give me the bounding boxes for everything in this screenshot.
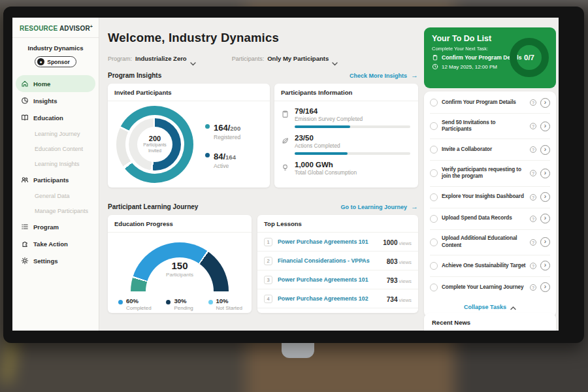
logo-text-secondary: ADVISOR: [59, 25, 90, 32]
learning-journey-header: Participant Learning Journey Go to Learn…: [108, 203, 418, 210]
clock-icon: [432, 63, 438, 70]
task-checkbox[interactable]: [430, 193, 438, 201]
stat-actions-completed: 23/50 Actions Completed: [281, 134, 410, 155]
sidebar-item-label: General Data: [35, 193, 70, 199]
dashboard-screen: RESOURCE ADVISOR+ Industry Dynamics ● Sp…: [12, 18, 559, 331]
sidebar-item-label: Manage Participants: [35, 208, 88, 214]
progress-bar-track: [295, 152, 410, 155]
leaf-icon: [281, 136, 289, 144]
legend-dot-pending: [166, 300, 171, 304]
help-icon[interactable]: ?: [530, 263, 536, 269]
sidebar-item-participants[interactable]: Participants: [12, 171, 99, 188]
program-dropdown[interactable]: Program: Industrialize Zero: [108, 55, 196, 62]
sidebar-item-home[interactable]: Home: [16, 75, 95, 92]
task-row: Upload Additional Educational Content ? …: [430, 230, 550, 255]
lesson-row: 3 Power Purchase Agreements 101 793views: [257, 270, 418, 289]
check-more-insights-link[interactable]: Check More Insights →: [350, 72, 418, 79]
sidebar-item-label: Participants: [33, 176, 69, 184]
sidebar-item-education[interactable]: Education: [12, 109, 99, 126]
education-progress-card: Education Progress 150 Participants 60%C…: [108, 215, 252, 313]
task-row: Confirm Your Program Details ? ›: [430, 92, 550, 114]
chevron-right-button[interactable]: ›: [540, 192, 550, 202]
lesson-rank: 3: [264, 276, 272, 284]
lesson-title-link[interactable]: Financial Considerations - VPPAs: [278, 257, 382, 264]
invited-participants-card: Invited Participants 200 Participants In…: [108, 84, 270, 188]
section-title-program-insights: Program Insights: [108, 72, 161, 79]
sidebar-item-education-content[interactable]: Education Content: [12, 141, 99, 156]
legend-registered: 164/200 Registered: [205, 122, 240, 140]
task-checkbox[interactable]: [430, 146, 438, 154]
task-row: Explore Your Insights Dashboard ? ›: [430, 187, 550, 208]
help-icon[interactable]: ?: [530, 146, 536, 153]
help-icon[interactable]: ?: [530, 170, 536, 176]
gear-icon: [21, 257, 29, 265]
chevron-right-button[interactable]: ›: [540, 145, 550, 155]
sponsor-badge-label: Sponsor: [47, 59, 69, 65]
task-checkbox[interactable]: [430, 169, 438, 177]
sidebar-item-label: Education Content: [35, 146, 83, 152]
legend-active: 84/164 Active: [205, 150, 240, 169]
help-icon[interactable]: ?: [530, 216, 536, 222]
help-icon[interactable]: ?: [530, 194, 536, 201]
help-icon[interactable]: ?: [530, 239, 536, 246]
insights-cards-row: Invited Participants 200 Participants In…: [108, 84, 418, 188]
legend-dot-completed: [118, 300, 123, 304]
lesson-title-link[interactable]: Power Purchase Agreements 101: [278, 238, 378, 245]
top-lessons-card: Top Lessons 1 Power Purchase Agreements …: [257, 215, 418, 313]
legend-pending: 30%Pending: [166, 297, 193, 311]
sidebar-item-label: Settings: [33, 257, 57, 265]
task-checkbox[interactable]: [430, 284, 438, 291]
sidebar-item-take-action[interactable]: Take Action: [12, 235, 99, 252]
task-checkbox[interactable]: [430, 238, 438, 246]
recent-news-card: Recent News: [424, 313, 556, 331]
take-action-icon: [21, 240, 29, 248]
chevron-right-button[interactable]: ›: [540, 261, 550, 270]
chevron-right-button[interactable]: ›: [540, 98, 550, 108]
lesson-title-link[interactable]: Power Purchase Agreements 101: [278, 276, 382, 283]
chevron-right-button[interactable]: ›: [540, 122, 550, 131]
chevron-right-button[interactable]: ›: [540, 282, 550, 292]
invited-donut-chart: 200 Participants Invited: [116, 106, 193, 183]
chevron-right-button[interactable]: ›: [540, 169, 550, 178]
lesson-title-link[interactable]: Power Purchase Agreements 102: [278, 295, 382, 302]
sidebar-item-program[interactable]: Program: [12, 218, 99, 235]
logo-text-primary: RESOURCE: [20, 25, 57, 32]
gauge-legend: 60%Completed 30%Pending 10%Not Started: [108, 292, 252, 311]
clipboard-icon: [432, 54, 438, 61]
lesson-row: 5 Power Purchase Agreements 103 600views: [257, 308, 418, 313]
lesson-rank: 2: [264, 257, 272, 265]
help-icon[interactable]: ?: [530, 123, 536, 129]
clipboard-icon: [281, 109, 289, 118]
todo-progress-count: 0/7: [524, 54, 534, 61]
sidebar-item-general-data[interactable]: General Data: [12, 188, 99, 203]
task-checkbox[interactable]: [430, 262, 438, 270]
sidebar-item-settings[interactable]: Settings: [12, 252, 99, 269]
sidebar-item-manage-participants[interactable]: Manage Participants: [12, 203, 99, 218]
todo-header-card: Your To Do List Complete Your Next Task:…: [424, 27, 556, 88]
sidebar-item-label: Take Action: [33, 240, 68, 248]
sidebar-item-label: Learning Insights: [35, 161, 80, 167]
help-icon[interactable]: ?: [530, 284, 536, 291]
learning-cards-row: Education Progress 150 Participants 60%C…: [108, 215, 418, 313]
task-checkbox[interactable]: [430, 215, 438, 223]
help-icon[interactable]: ?: [530, 99, 536, 106]
sidebar-item-insights[interactable]: Insights: [12, 92, 99, 109]
todo-panel: Your To Do List Complete Your Next Task:…: [424, 18, 559, 331]
stat-global-consumption: 1,000 GWh Total Global Consumption: [281, 161, 410, 176]
chevron-right-button[interactable]: ›: [540, 214, 550, 223]
sidebar-item-label: Program: [33, 223, 59, 231]
task-checkbox[interactable]: [430, 122, 438, 130]
chevron-right-button[interactable]: ›: [540, 237, 550, 247]
participants-dropdown[interactable]: Participants: Only My Participants: [232, 55, 338, 62]
sidebar-item-learning-insights[interactable]: Learning Insights: [12, 156, 99, 171]
program-insights-header: Program Insights Check More Insights →: [108, 72, 418, 79]
sidebar-item-learning-journey[interactable]: Learning Journey: [12, 126, 99, 141]
legend-dot-active: [205, 153, 210, 157]
lesson-row: 2 Financial Considerations - VPPAs 803vi…: [257, 252, 418, 270]
progress-bar-fill: [295, 152, 348, 155]
legend-not-started: 10%Not Started: [208, 297, 242, 311]
go-to-learning-journey-link[interactable]: Go to Learning Journey →: [340, 203, 418, 210]
task-row: Upload Spend Data Records ? ›: [430, 208, 550, 230]
task-checkbox[interactable]: [430, 99, 438, 106]
arrow-right-icon: →: [411, 72, 418, 79]
